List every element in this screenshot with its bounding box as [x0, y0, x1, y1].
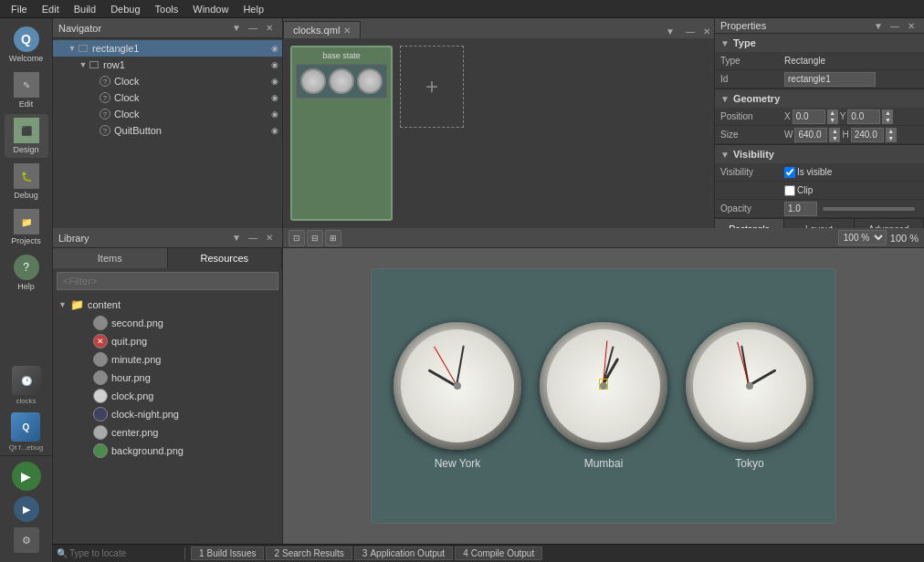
nav-item-rectangle1[interactable]: ▼ rectangle1 ◉ — [53, 40, 282, 57]
library-tree: ▼ 📁 content second.png — [53, 294, 282, 544]
size-h-input[interactable] — [851, 128, 884, 142]
properties-options-btn[interactable]: ▼ — [871, 18, 886, 33]
nav-item-quitbutton[interactable]: ▶ ? QuitButton ◉ — [53, 122, 282, 139]
position-x-up[interactable]: ▲ — [827, 109, 838, 117]
library-filter-input[interactable] — [57, 272, 278, 290]
prop-id-input[interactable] — [784, 72, 876, 87]
nav-item-clock1[interactable]: ▶ ? Clock ◉ — [53, 73, 282, 89]
canvas-zoom-in-btn[interactable]: ⊞ — [325, 230, 341, 246]
position-y-down[interactable]: ▼ — [882, 117, 893, 124]
menu-debug[interactable]: Debug — [103, 2, 147, 16]
clock-mumbai: Mumbai — [540, 322, 667, 470]
prop-tab-rectangle[interactable]: Rectangle — [715, 219, 784, 228]
qml-editor-minimize-btn[interactable]: — — [683, 24, 698, 38]
position-y-up[interactable]: ▲ — [882, 109, 893, 117]
position-y-spin[interactable]: ▲ ▼ — [882, 109, 893, 124]
canvas-fit-btn[interactable]: ⊡ — [289, 230, 305, 246]
library-close-btn[interactable]: ✕ — [262, 231, 277, 245]
navigator-close-btn[interactable]: ✕ — [262, 21, 277, 36]
opacity-slider[interactable] — [823, 207, 915, 211]
statusbar-tab-search[interactable]: 2 Search Results — [266, 546, 352, 560]
size-h-down[interactable]: ▼ — [886, 135, 897, 142]
sidebar-item-projects[interactable]: 📁 Projects — [5, 205, 48, 249]
canvas-zoom-out-btn[interactable]: ⊟ — [307, 230, 323, 246]
size-h-up[interactable]: ▲ — [886, 128, 897, 135]
prop-type-header[interactable]: ▼ Type — [715, 34, 924, 52]
design-icon: ⬛ — [14, 118, 39, 143]
lib-folder-content[interactable]: ▼ 📁 content — [53, 296, 282, 314]
clock-tokyo: Tokyo — [686, 322, 814, 470]
build-button[interactable]: ⚙ — [14, 527, 39, 553]
app-item-qt-debug[interactable]: Q Qt f...ebug — [5, 409, 47, 455]
qml-editor-options-btn[interactable]: ▼ — [663, 24, 677, 38]
position-x-input[interactable] — [793, 109, 825, 124]
qml-editor-close-btn[interactable]: ✕ — [699, 24, 714, 38]
lib-file-clock-night-inner: clock-night.png — [75, 407, 179, 422]
position-x-spin[interactable]: ▲ ▼ — [827, 109, 838, 124]
prop-geometry-header[interactable]: ▼ Geometry — [715, 89, 924, 108]
qml-tab-close[interactable]: ✕ — [343, 26, 351, 36]
nav-eye-rectangle1: ◉ — [271, 44, 278, 53]
canvas-zoom-select[interactable]: 100 % — [838, 230, 887, 245]
lib-file-hour[interactable]: hour.png — [53, 369, 282, 387]
nav-item-clock2[interactable]: ▶ ? Clock ◉ — [53, 89, 282, 106]
nav-item-row1[interactable]: ▼ row1 ◉ — [53, 57, 282, 73]
properties-minimize-btn[interactable]: — — [887, 18, 902, 33]
position-y-input[interactable] — [847, 109, 880, 124]
prop-visibility-header[interactable]: ▼ Visibility — [715, 145, 924, 163]
locate-input[interactable] — [69, 548, 179, 558]
opacity-input[interactable] — [784, 202, 817, 216]
sidebar-item-design[interactable]: ⬛ Design — [5, 114, 48, 158]
lib-file-minute[interactable]: minute.png — [53, 350, 282, 369]
menu-build[interactable]: Build — [67, 2, 103, 16]
menu-tools[interactable]: Tools — [148, 2, 186, 16]
size-w-up[interactable]: ▲ — [829, 128, 840, 135]
navigator-options-btn[interactable]: ▼ — [229, 21, 244, 36]
geometry-section-arrow: ▼ — [720, 94, 730, 104]
visibility-checkbox[interactable] — [784, 167, 795, 178]
menu-edit[interactable]: Edit — [35, 2, 67, 16]
statusbar-tab-build[interactable]: 1 Build Issues — [191, 546, 264, 560]
menu-file[interactable]: File — [4, 2, 35, 16]
run-button[interactable]: ▶ — [12, 462, 41, 491]
navigator-minimize-btn[interactable]: — — [246, 21, 260, 36]
library-options-btn[interactable]: ▼ — [229, 231, 244, 245]
position-x-down[interactable]: ▼ — [827, 117, 838, 124]
sidebar-item-debug[interactable]: 🐛 Debug — [5, 160, 48, 203]
add-state-btn[interactable]: + — [400, 46, 464, 128]
lib-tab-items[interactable]: Items — [53, 248, 168, 268]
library-minimize-btn[interactable]: — — [246, 231, 260, 245]
nav-item-clock3[interactable]: ▶ ? Clock ◉ — [53, 106, 282, 122]
lib-file-background[interactable]: background.png — [53, 442, 282, 460]
properties-close-btn[interactable]: ✕ — [904, 18, 919, 33]
run-debugger-button[interactable]: ▶ — [14, 496, 39, 522]
size-h-spin[interactable]: ▲ ▼ — [886, 128, 897, 142]
lib-file-clock[interactable]: clock.png — [53, 387, 282, 405]
lib-tab-resources[interactable]: Resources — [168, 248, 283, 268]
sidebar-item-edit[interactable]: ✎ Edit — [5, 68, 48, 112]
nav-icon-quitbutton: ? — [99, 124, 111, 137]
lib-file-quit[interactable]: ✕ quit.png — [53, 332, 282, 350]
sidebar-item-help[interactable]: ? Help — [5, 251, 48, 295]
qml-tab[interactable]: clocks.qml ✕ — [283, 21, 361, 38]
app-item-clocks[interactable]: 🕐 clocks — [8, 362, 45, 409]
prop-tab-advanced[interactable]: Advanced — [855, 219, 924, 228]
prop-tab-layout[interactable]: Layout — [784, 219, 854, 228]
lib-file-second[interactable]: second.png — [53, 314, 282, 332]
sidebar-item-welcome[interactable]: Q Welcome — [5, 23, 48, 67]
lib-file-center[interactable]: center.png — [53, 423, 282, 442]
size-w-spin[interactable]: ▲ ▼ — [829, 128, 840, 142]
statusbar-tab-output[interactable]: 3 Application Output — [354, 546, 453, 560]
lib-file-clock-night[interactable]: clock-night.png — [53, 405, 282, 423]
left-toolbar: Q Welcome ✎ Edit ⬛ Design 🐛 Debug 📁 — [0, 18, 53, 562]
clip-checkbox[interactable] — [784, 185, 795, 196]
base-state-box[interactable]: base state — [290, 46, 393, 221]
nav-arrow-clock1: ▶ — [89, 77, 99, 86]
statusbar-tab-compile[interactable]: 4 Compile Output — [455, 546, 542, 560]
menu-help[interactable]: Help — [236, 2, 271, 16]
type-section-arrow: ▼ — [720, 38, 730, 48]
nav-arrow-clock2: ▶ — [89, 93, 99, 102]
size-w-input[interactable] — [794, 128, 827, 142]
menu-window[interactable]: Window — [185, 2, 236, 16]
size-w-down[interactable]: ▼ — [829, 135, 840, 142]
